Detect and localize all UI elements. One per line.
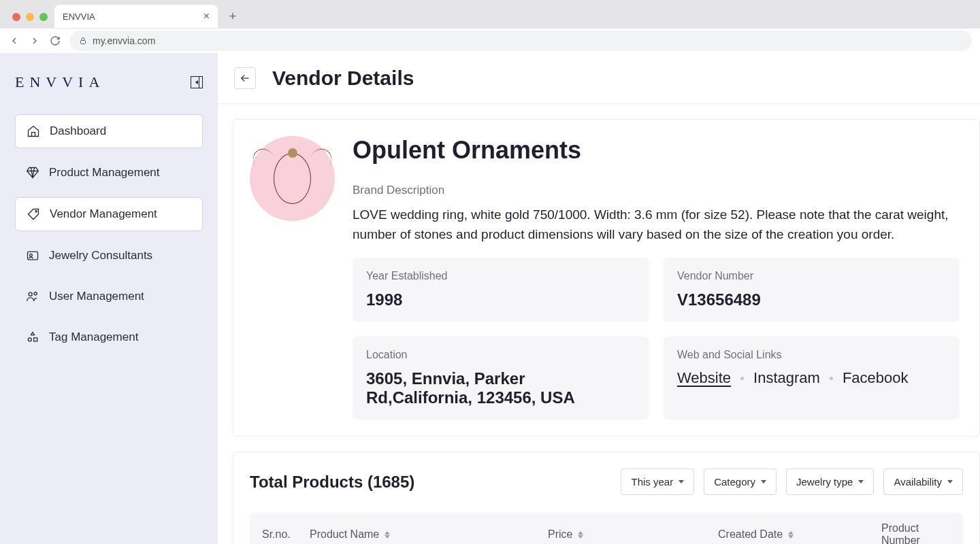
chevron-down-icon bbox=[858, 480, 864, 483]
svg-point-4 bbox=[29, 292, 32, 296]
sidebar-item-label: Tag Management bbox=[49, 330, 138, 344]
sidebar: ENVVIA Dashboard Product Management Vend… bbox=[0, 53, 218, 544]
tag-icon bbox=[27, 207, 40, 221]
home-icon bbox=[27, 124, 40, 138]
close-tab-icon[interactable]: × bbox=[203, 10, 210, 22]
sort-icon bbox=[385, 531, 390, 539]
filter-availability[interactable]: Availability bbox=[883, 469, 963, 495]
sidebar-item-vendor-management[interactable]: Vendor Management bbox=[15, 197, 203, 231]
close-window-icon[interactable] bbox=[12, 13, 20, 21]
page-title: Vendor Details bbox=[272, 67, 414, 90]
products-table: Sr.no. Product Name Price Created Date P… bbox=[250, 513, 963, 544]
sidebar-item-label: Vendor Management bbox=[50, 207, 157, 221]
chevron-down-icon bbox=[761, 480, 766, 483]
sidebar-item-product-management[interactable]: Product Management bbox=[15, 156, 203, 189]
collapse-sidebar-icon[interactable] bbox=[191, 76, 203, 88]
vendor-number-cell: Vendor Number V13656489 bbox=[664, 258, 960, 322]
svg-point-3 bbox=[30, 254, 33, 256]
column-product-name[interactable]: Product Name bbox=[310, 522, 548, 544]
separator-dot-icon bbox=[740, 377, 744, 380]
sidebar-item-label: Dashboard bbox=[50, 124, 106, 138]
main-content: Vendor Details Opulent Ornaments Brand D… bbox=[218, 53, 980, 544]
forward-icon[interactable] bbox=[29, 35, 41, 47]
vendor-number-value: V13656489 bbox=[677, 290, 946, 309]
browser-tab[interactable]: ENVVIA × bbox=[54, 5, 218, 28]
sidebar-item-user-management[interactable]: User Management bbox=[15, 280, 203, 313]
minimize-window-icon[interactable] bbox=[26, 13, 34, 21]
separator-dot-icon bbox=[830, 377, 833, 380]
tab-title: ENVVIA bbox=[63, 12, 95, 22]
links-cell: Web and Social Links Website Instagram F… bbox=[664, 337, 960, 420]
column-created-date[interactable]: Created Date bbox=[718, 522, 881, 544]
column-srno[interactable]: Sr.no. bbox=[262, 522, 310, 544]
products-card: Total Products (1685) This year Category… bbox=[233, 452, 980, 544]
url-bar[interactable]: my.envvia.com bbox=[69, 31, 972, 51]
brand-description: LOVE wedding ring, white gold 750/1000. … bbox=[353, 205, 963, 244]
year-established-label: Year Established bbox=[366, 270, 635, 282]
column-product-number[interactable]: Product Number bbox=[881, 522, 951, 544]
sidebar-item-label: Product Management bbox=[49, 166, 160, 180]
year-established-cell: Year Established 1998 bbox=[353, 258, 649, 322]
svg-rect-7 bbox=[34, 338, 37, 341]
users-icon bbox=[26, 290, 39, 303]
url-text: my.envvia.com bbox=[93, 35, 155, 46]
browser-chrome: ENVVIA × + my.envvia.com bbox=[0, 0, 980, 53]
sidebar-item-label: Jewelry Consultants bbox=[49, 249, 152, 262]
location-value: 3605, Ennvia, Parker Rd,California, 1234… bbox=[366, 369, 635, 407]
chevron-down-icon bbox=[947, 480, 953, 483]
location-label: Location bbox=[366, 349, 635, 361]
filter-period[interactable]: This year bbox=[621, 469, 694, 495]
svg-rect-0 bbox=[81, 41, 86, 44]
products-title: Total Products (1685) bbox=[250, 473, 414, 492]
svg-point-5 bbox=[34, 292, 37, 295]
website-link[interactable]: Website bbox=[677, 369, 731, 387]
chevron-down-icon bbox=[679, 480, 684, 483]
vendor-card: Opulent Ornaments Brand Description LOVE… bbox=[233, 119, 980, 437]
brand-logo: ENVVIA bbox=[15, 73, 105, 91]
sort-icon bbox=[578, 531, 583, 539]
back-icon[interactable] bbox=[8, 35, 20, 47]
svg-point-1 bbox=[35, 211, 37, 213]
sort-icon bbox=[788, 531, 794, 539]
vendor-number-label: Vendor Number bbox=[677, 270, 946, 282]
lock-icon bbox=[79, 37, 87, 45]
vendor-name: Opulent Ornaments bbox=[353, 136, 963, 165]
maximize-window-icon[interactable] bbox=[39, 13, 48, 21]
diamond-icon bbox=[26, 166, 39, 180]
links-label: Web and Social Links bbox=[677, 349, 946, 361]
window-controls bbox=[5, 13, 54, 28]
year-established-value: 1998 bbox=[366, 290, 635, 309]
id-icon bbox=[26, 249, 39, 262]
sidebar-item-dashboard[interactable]: Dashboard bbox=[15, 114, 203, 148]
reload-icon[interactable] bbox=[49, 35, 61, 47]
svg-point-6 bbox=[28, 338, 31, 341]
facebook-link[interactable]: Facebook bbox=[843, 369, 909, 387]
filter-category[interactable]: Category bbox=[704, 469, 777, 495]
brand-description-label: Brand Description bbox=[353, 184, 963, 197]
sidebar-item-tag-management[interactable]: Tag Management bbox=[15, 321, 203, 354]
column-price[interactable]: Price bbox=[548, 522, 718, 544]
vendor-logo bbox=[250, 136, 335, 221]
sidebar-item-label: User Management bbox=[49, 290, 144, 303]
filter-jewelry-type[interactable]: Jewelry type bbox=[786, 469, 874, 495]
new-tab-button[interactable]: + bbox=[223, 7, 242, 26]
instagram-link[interactable]: Instagram bbox=[753, 369, 820, 387]
sidebar-item-jewelry-consultants[interactable]: Jewelry Consultants bbox=[15, 239, 203, 272]
shapes-icon bbox=[26, 330, 39, 344]
back-button[interactable] bbox=[234, 67, 256, 89]
location-cell: Location 3605, Ennvia, Parker Rd,Califor… bbox=[353, 337, 649, 420]
